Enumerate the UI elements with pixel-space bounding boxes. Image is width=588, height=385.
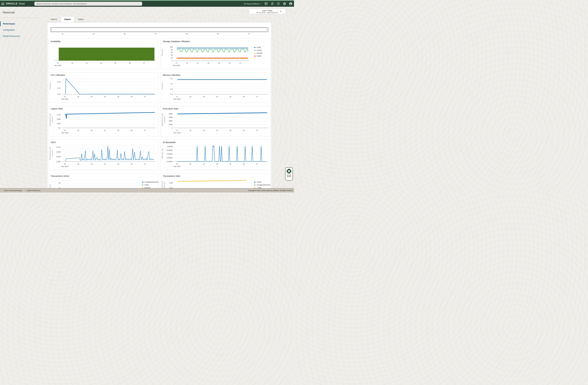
chart-title: IO Bandwidth (163, 141, 176, 143)
svg-text:0.20: 0.20 (57, 81, 61, 83)
time-range-slider[interactable] (50, 27, 269, 32)
tab-charts[interactable]: Charts (61, 16, 74, 22)
chart-title: Memory Utilization (163, 74, 180, 76)
chart-title: Availability (51, 40, 61, 42)
svg-text:26: 26 (131, 163, 132, 165)
life-buoy-icon (286, 168, 292, 174)
svg-text:25: 25 (114, 62, 116, 64)
svg-text:22: 22 (71, 62, 73, 64)
svg-text:25: 25 (230, 129, 231, 131)
svg-text:24: 24 (104, 96, 106, 98)
svg-text:model: model (257, 181, 261, 183)
globe-icon[interactable] (283, 2, 286, 5)
cookie-preferences-link[interactable]: Cookie Preferences (27, 190, 41, 191)
svg-text:26: 26 (129, 62, 131, 64)
sidebar: Resources Performance Configuration Rela… (0, 7, 43, 40)
svg-text:22: 22 (77, 129, 79, 131)
chart-card-cpu-utilization: CPU Utilization 0.000.100.20212223242526… (49, 72, 158, 103)
svg-text:second: second (163, 117, 166, 123)
svg-text:21: 21 (176, 129, 178, 131)
sidebar-item-related-resources[interactable]: Related Resources (0, 34, 43, 39)
svg-text:23: 23 (91, 129, 93, 131)
sidebar-item-performance[interactable]: Performance (0, 21, 43, 26)
slider-handle-right[interactable] (267, 29, 268, 31)
menu-icon[interactable] (1, 3, 4, 5)
svg-text:21: 21 (176, 163, 178, 165)
svg-text:Nov 2022: Nov 2022 (54, 65, 62, 66)
svg-text:Nov 2022: Nov 2022 (174, 98, 181, 100)
chart-card-executions-rate: Executions Rate 0200K400K600K800K2122232… (161, 106, 271, 136)
date-range-selector[interactable]: Last 7 Days Nov 20 16:06 - Today 16:06 C… (249, 9, 286, 14)
user-avatar[interactable] (289, 2, 292, 5)
svg-text:model: model (257, 55, 261, 57)
svg-text:0.8M: 0.8M (57, 118, 61, 120)
svg-text:22: 22 (189, 163, 191, 165)
region-selector[interactable]: US East (Ashburn) (244, 3, 261, 5)
chart-card-logons-rate: Logons Rate 0.00.4M0.8M1.2M2122232425262… (49, 106, 158, 136)
svg-text:1.6: 1.6 (170, 83, 173, 85)
svg-text:21: 21 (176, 96, 178, 98)
oracle-cloud-logo[interactable]: ORACLE Cloud (6, 2, 25, 5)
svg-text:Nov 2022: Nov 2022 (62, 132, 68, 134)
svg-text:23: 23 (203, 96, 205, 98)
svg-text:100: 100 (170, 46, 173, 48)
svg-text:Percent: Percent (161, 82, 163, 89)
chart-title: Logons Rate (51, 107, 63, 110)
memory-utilization-chart: 0.00.81.62.421222324252627Nov 2022Percen… (161, 72, 271, 103)
svg-text:25: 25 (218, 62, 220, 64)
svg-text:21: 21 (175, 62, 177, 64)
tab-alarms[interactable]: Alarms (47, 17, 61, 22)
page-title: Resources (3, 11, 43, 14)
svg-text:22: 22 (186, 62, 188, 64)
iops-chart: 0.0000.0040.0080.01221222324252627Nov 20… (49, 140, 158, 170)
chart-card-storage-db-utilization: Storage Database Utilization 02040608010… (161, 39, 271, 69)
svg-text:0.0: 0.0 (170, 93, 173, 95)
svg-text:22: 22 (189, 129, 191, 131)
tab-tables[interactable]: Tables (74, 17, 87, 22)
svg-text:40: 40 (59, 182, 61, 184)
svg-text:21: 21 (64, 163, 66, 165)
terms-link[interactable]: Terms of Use and Privacy (4, 190, 22, 191)
svg-text:0.00002: 0.00002 (167, 157, 173, 159)
svg-text:MB per sec: MB per sec (161, 148, 163, 158)
search-input[interactable] (34, 2, 142, 6)
svg-text:24: 24 (104, 129, 106, 131)
svg-text:1.2M: 1.2M (57, 114, 61, 116)
svg-text:0.00004: 0.00004 (167, 153, 173, 155)
svg-text:26: 26 (229, 62, 231, 64)
help-launcher-widget[interactable] (285, 167, 293, 181)
help-icon[interactable]: ? (277, 2, 280, 5)
sidebar-item-configuration[interactable]: Configuration (0, 27, 43, 32)
cpu-utilization-chart: 0.000.100.2021222324252627Nov 2022Percen… (49, 72, 158, 103)
svg-text:24: 24 (100, 62, 102, 64)
svg-text:40: 40 (171, 54, 173, 56)
svg-text:0.00008: 0.00008 (167, 146, 173, 147)
svg-text:?: ? (278, 3, 279, 5)
svg-text:Nov 2022: Nov 2022 (174, 132, 181, 134)
app-grid-icon (287, 175, 291, 177)
slider-handle-left[interactable] (51, 29, 52, 31)
svg-text:22: 22 (189, 96, 191, 98)
svg-text:0.00000: 0.00000 (167, 161, 173, 162)
notifications-bell-icon[interactable] (271, 2, 274, 5)
svg-text:second: second (51, 117, 53, 123)
slider-axis: 21 22 23 24 25 26 27 (50, 33, 269, 36)
svg-text:Count: Count (49, 184, 51, 188)
svg-text:mssqlsystemresour…: mssqlsystemresour… (257, 184, 271, 186)
svg-text:27: 27 (240, 62, 241, 64)
svg-text:200K: 200K (169, 124, 173, 125)
svg-text:21: 21 (64, 129, 66, 131)
svg-text:master: master (257, 49, 262, 51)
svg-text:0.012: 0.012 (56, 146, 61, 148)
svg-text:0.4M: 0.4M (57, 123, 61, 124)
svg-text:25: 25 (117, 129, 119, 131)
svg-text:1.6M: 1.6M (169, 182, 173, 184)
svg-text:23: 23 (203, 163, 205, 165)
svg-text:23: 23 (86, 62, 88, 64)
svg-text:0.004: 0.004 (56, 156, 61, 158)
svg-text:24: 24 (216, 129, 218, 131)
chevron-down-icon (260, 2, 262, 4)
chart-card-availability: Availability 21222324252627Nov 2022 (49, 39, 158, 69)
cloud-shell-icon[interactable] (265, 2, 268, 5)
executions-rate-chart: 0200K400K600K800K21222324252627Nov 2022O… (161, 106, 271, 137)
